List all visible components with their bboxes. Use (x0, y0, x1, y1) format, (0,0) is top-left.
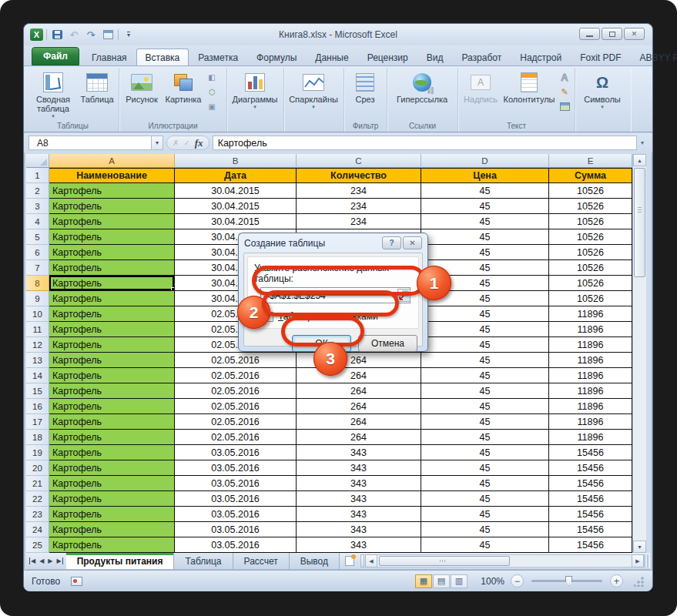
row-header[interactable]: 4 (26, 214, 49, 229)
cell[interactable]: 264 (297, 414, 421, 430)
wordart-icon[interactable]: А (558, 71, 571, 83)
minimize-button[interactable] (579, 28, 600, 40)
cell[interactable]: 30.04.2015 (175, 183, 297, 199)
close-button[interactable]: ✕ (624, 28, 645, 40)
cell[interactable]: 45 (421, 507, 549, 522)
shapes-icon[interactable]: ◧ (205, 71, 219, 83)
scroll-left-button[interactable]: ◀ (365, 554, 377, 567)
cell[interactable]: 03.05.2016 (175, 507, 297, 522)
cell[interactable]: 11896 (549, 322, 632, 337)
prev-sheet-icon[interactable]: ◀ (39, 557, 44, 564)
textbox-button[interactable]: A Надпись (461, 69, 501, 119)
cell[interactable]: 02.05.2016 (175, 430, 297, 445)
cell[interactable]: 10526 (549, 245, 632, 260)
cell[interactable]: 11896 (549, 353, 632, 368)
smartart-icon[interactable]: ⬡ (205, 85, 219, 98)
cell[interactable]: 02.05.2016 (175, 383, 297, 399)
row-header[interactable]: 17 (26, 414, 49, 430)
horizontal-scrollbar[interactable]: ◀ ▶ (365, 554, 644, 567)
scroll-right-button[interactable]: ▶ (632, 554, 644, 567)
row-header[interactable]: 2 (26, 183, 49, 199)
table-button[interactable]: Таблица (78, 69, 116, 119)
cell[interactable]: Картофель (49, 445, 175, 460)
macro-record-icon[interactable] (71, 577, 82, 586)
cell[interactable]: 264 (297, 368, 421, 383)
cell[interactable]: 45 (421, 399, 549, 414)
enter-entry-icon[interactable]: ✓ (183, 139, 189, 147)
cell[interactable]: 11896 (549, 337, 632, 353)
cell[interactable]: 03.05.2016 (175, 491, 297, 507)
charts-button[interactable]: Диаграммы ▾ (230, 69, 280, 119)
screenshot-icon[interactable]: ▣ (205, 100, 219, 112)
header-cell[interactable]: Количество (297, 168, 421, 183)
cell[interactable]: Картофель (49, 229, 175, 245)
row-header[interactable]: 7 (26, 260, 49, 276)
symbols-button[interactable]: Ω Символы ▾ (578, 69, 627, 119)
cell[interactable]: 234 (297, 199, 421, 214)
cancel-entry-icon[interactable]: ✗ (173, 139, 179, 147)
cell[interactable]: 03.05.2016 (175, 476, 297, 491)
column-header-A[interactable]: A (49, 154, 175, 168)
sheet-tab-1[interactable]: Таблица (174, 553, 233, 569)
cell[interactable]: Картофель (49, 537, 175, 553)
cell[interactable]: 11896 (549, 306, 632, 322)
horizontal-scrollbar-track[interactable] (377, 554, 632, 567)
ribbon-tab-10[interactable]: Foxit PDF (571, 49, 630, 65)
zoom-slider-track[interactable] (531, 580, 602, 582)
cell[interactable]: 45 (421, 337, 549, 353)
cell[interactable]: Картофель (49, 507, 175, 522)
cell[interactable]: 343 (297, 507, 421, 522)
cell[interactable]: 15456 (549, 537, 632, 553)
row-header[interactable]: 9 (26, 291, 49, 306)
cell[interactable]: Картофель (49, 353, 175, 368)
cell[interactable]: 03.05.2016 (175, 537, 297, 553)
dialog-help-button[interactable]: ? (382, 236, 401, 249)
column-header-B[interactable]: B (175, 154, 297, 168)
normal-view-button[interactable]: ▦ (415, 574, 432, 588)
horizontal-scrollbar-thumb[interactable] (379, 556, 510, 566)
cell[interactable]: 02.05.2016 (175, 353, 297, 368)
row-header[interactable]: 18 (26, 430, 49, 445)
cell[interactable]: 45 (421, 445, 549, 460)
row-header[interactable]: 1 (26, 168, 49, 183)
dialog-close-button[interactable]: ✕ (403, 236, 422, 249)
cell[interactable]: 11896 (549, 368, 632, 383)
page-break-view-button[interactable]: ▥ (451, 574, 468, 588)
ribbon-tab-4[interactable]: Формулы (247, 49, 306, 65)
column-header-D[interactable]: D (421, 154, 549, 168)
ribbon-tab-11[interactable]: ABBYY PDF (630, 49, 677, 65)
cell[interactable]: Картофель (49, 522, 175, 537)
ribbon-tab-1[interactable]: Главная (82, 49, 136, 65)
first-sheet-icon[interactable]: ◀ (29, 557, 35, 564)
cell[interactable]: 45 (421, 245, 549, 260)
cell[interactable]: Картофель (49, 291, 175, 306)
signature-line-icon[interactable]: ✎ (558, 85, 571, 98)
cell[interactable]: 45 (421, 368, 549, 383)
cell[interactable]: 45 (421, 306, 549, 322)
row-header[interactable]: 15 (26, 383, 49, 399)
cell[interactable]: Картофель (49, 337, 175, 353)
cell[interactable]: 15456 (549, 445, 632, 460)
restore-button[interactable] (602, 28, 622, 40)
pivot-table-button[interactable]: Сводная таблица ▾ (29, 69, 77, 119)
cell[interactable]: 45 (421, 353, 549, 368)
cell[interactable]: Картофель (49, 322, 175, 337)
cell[interactable]: Картофель (49, 491, 175, 507)
save-button[interactable] (50, 28, 64, 42)
cell[interactable]: 02.05.2016 (175, 414, 297, 430)
cell[interactable]: 03.05.2016 (175, 445, 297, 460)
cell[interactable]: Картофель (49, 476, 175, 491)
cell[interactable]: 343 (297, 537, 421, 553)
insert-function-icon[interactable]: fx (195, 137, 203, 149)
cell[interactable]: 343 (297, 491, 421, 507)
ribbon-tab-5[interactable]: Данные (306, 49, 357, 65)
ribbon-tab-8[interactable]: Разработ (452, 49, 511, 65)
cell[interactable]: 10526 (549, 260, 632, 276)
cell[interactable]: 45 (421, 229, 549, 245)
cell[interactable]: 264 (297, 383, 421, 399)
row-header[interactable]: 20 (26, 460, 49, 476)
vertical-scrollbar-thumb[interactable] (634, 168, 645, 277)
cell[interactable]: 11896 (549, 414, 632, 430)
cell[interactable]: 343 (297, 522, 421, 537)
cell[interactable]: Картофель (49, 368, 175, 383)
